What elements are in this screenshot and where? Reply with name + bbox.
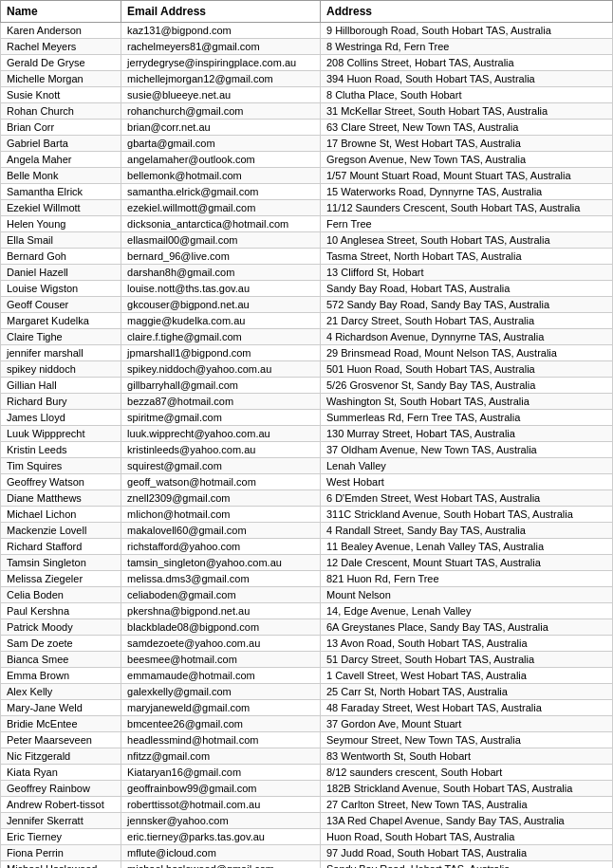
cell-email: richstafford@yahoo.com	[121, 539, 321, 555]
table-row: Geoffrey Watsongeoff_watson@hotmail.comW…	[1, 474, 613, 490]
cell-email: geoffrainbow99@gmail.com	[121, 781, 321, 797]
cell-address: 821 Huon Rd, Fern Tree	[320, 571, 612, 587]
cell-name: Paul Kershna	[1, 603, 121, 619]
cell-name: Rohan Church	[1, 103, 121, 120]
cell-name: Michelle Morgan	[1, 71, 121, 87]
cell-email: beesmee@hotmail.com	[121, 652, 321, 668]
table-row: Sam De zoetesamdezoete@yahoo.com.au13 Av…	[1, 636, 613, 652]
cell-email: tamsin_singleton@yahoo.com.au	[121, 555, 321, 571]
cell-address: 14, Edge Avenue, Lenah Valley	[320, 603, 612, 619]
table-row: Jennifer Skerrattjennsker@yahoo.com13A R…	[1, 813, 613, 829]
table-row: Andrew Robert-tissotroberttissot@hotmail…	[1, 797, 613, 813]
cell-email: louise.nott@ths.tas.gov.au	[121, 281, 321, 297]
cell-address: 63 Clare Street, New Town TAS, Australia	[320, 120, 612, 136]
col-header-email: Email Address	[121, 1, 321, 23]
cell-address: 12 Dale Crescent, Mount Stuart TAS, Aust…	[320, 555, 612, 571]
cell-email: celiaboden@gmail.com	[121, 587, 321, 603]
table-row: Brian Corrbrian@corr.net.au63 Clare Stre…	[1, 120, 613, 136]
cell-email: darshan8h@gmail.com	[121, 265, 321, 281]
cell-address: Summerleas Rd, Fern Tree TAS, Australia	[320, 410, 612, 426]
table-row: Michelle Morganmichellejmorgan12@gmail.c…	[1, 71, 613, 87]
cell-email: mflute@icloud.com	[121, 845, 321, 861]
cell-address: 8 Clutha Place, South Hobart	[320, 87, 612, 103]
cell-name: Luuk Wippprecht	[1, 426, 121, 442]
cell-address: 572 Sandy Bay Road, Sandy Bay TAS, Austr…	[320, 297, 612, 313]
table-row: Eric Tierneyeric.tierney@parks.tas.gov.a…	[1, 829, 613, 845]
cell-address: Huon Road, South Hobart TAS, Australia	[320, 829, 612, 845]
cell-email: spikey.niddoch@yahoo.com.au	[121, 361, 321, 378]
cell-address: 11/12 Saunders Crescent, South Hobart TA…	[320, 200, 612, 216]
cell-email: headlessmind@hotmail.com	[121, 732, 321, 748]
cell-name: Melissa Ziegeler	[1, 571, 121, 587]
cell-address: 4 Randall Street, Sandy Bay TAS, Austral…	[320, 523, 612, 539]
cell-address: 130 Murray Street, Hobart TAS, Australia	[320, 426, 612, 442]
table-row: Michael Lichonmlichon@hotmail.com311C St…	[1, 507, 613, 523]
table-row: Bridie McEnteebmcentee26@gmail.com37 Gor…	[1, 716, 613, 732]
table-row: Richard Staffordrichstafford@yahoo.com11…	[1, 539, 613, 555]
table-row: Ella Smailellasmail00@gmail.com10 Angles…	[1, 232, 613, 249]
cell-name: Celia Boden	[1, 587, 121, 603]
cell-address: 15 Waterworks Road, Dynnyrne TAS, Austra…	[320, 184, 612, 200]
cell-address: 13 Clifford St, Hobart	[320, 265, 612, 281]
table-row: Gillian Hallgillbarryhall@gmail.com5/26 …	[1, 378, 613, 394]
cell-email: jerrydegryse@inspiringplace.com.au	[121, 55, 321, 71]
cell-address: 13A Red Chapel Avenue, Sandy Bay TAS, Au…	[320, 813, 612, 829]
cell-address: 8/12 saunders crescent, South Hobart	[320, 765, 612, 781]
table-row: Emma Brownemmamaude@hotmail.com1 Cavell …	[1, 668, 613, 684]
cell-address: 4 Richardson Avenue, Dynnyrne TAS, Austr…	[320, 329, 612, 345]
table-row: Margaret Kudelkamaggie@kudelka.com.au21 …	[1, 313, 613, 329]
cell-address: 6A Greystanes Place, Sandy Bay TAS, Aust…	[320, 619, 612, 636]
cell-name: Louise Wigston	[1, 281, 121, 297]
cell-name: Kiata Ryan	[1, 765, 121, 781]
table-row: Claire Tigheclaire.f.tighe@gmail.com4 Ri…	[1, 329, 613, 345]
cell-address: 208 Collins Street, Hobart TAS, Australi…	[320, 55, 612, 71]
cell-address: 48 Faraday Street, West Hobart TAS, Aust…	[320, 700, 612, 716]
cell-name: Ella Smail	[1, 232, 121, 249]
cell-email: bernard_96@live.com	[121, 249, 321, 265]
cell-email: melissa.dms3@gmail.com	[121, 571, 321, 587]
cell-email: nfitzz@gmail.com	[121, 748, 321, 765]
cell-name: Belle Monk	[1, 168, 121, 184]
cell-email: Kiataryan16@gmail.com	[121, 765, 321, 781]
cell-name: spikey niddoch	[1, 361, 121, 378]
cell-address: Lenah Valley	[320, 458, 612, 474]
cell-name: Geoff Couser	[1, 297, 121, 313]
table-row: Karen Andersonkaz131@bigpond.com9 Hillbo…	[1, 23, 613, 39]
cell-name: James Lloyd	[1, 410, 121, 426]
cell-name: Susie Knott	[1, 87, 121, 103]
cell-address: 1 Cavell Street, West Hobart TAS, Austra…	[320, 668, 612, 684]
cell-name: Sam De zoete	[1, 636, 121, 652]
cell-address: Sandy Bay Road, Hobart TAS, Australia	[320, 281, 612, 297]
cell-name: Gerald De Gryse	[1, 55, 121, 71]
cell-email: samdezoete@yahoo.com.au	[121, 636, 321, 652]
cell-address: 27 Carlton Street, New Town TAS, Austral…	[320, 797, 612, 813]
table-row: Bernard Gohbernard_96@live.comTasma Stre…	[1, 249, 613, 265]
table-row: Melissa Ziegelermelissa.dms3@gmail.com82…	[1, 571, 613, 587]
cell-email: bmcentee26@gmail.com	[121, 716, 321, 732]
cell-name: Rachel Meyers	[1, 39, 121, 55]
cell-email: jpmarshall1@bigpond.com	[121, 345, 321, 361]
cell-email: eric.tierney@parks.tas.gov.au	[121, 829, 321, 845]
cell-name: jennifer marshall	[1, 345, 121, 361]
table-row: Luuk Wippprechtluuk.wipprecht@yahoo.com.…	[1, 426, 613, 442]
table-row: Louise Wigstonlouise.nott@ths.tas.gov.au…	[1, 281, 613, 297]
cell-name: Daniel Hazell	[1, 265, 121, 281]
cell-email: kaz131@bigpond.com	[121, 23, 321, 39]
cell-address: Sandy Bay Road, Hobart TAS, Australia	[320, 861, 612, 869]
cell-address: Tasma Street, North Hobart TAS, Australi…	[320, 249, 612, 265]
cell-name: Margaret Kudelka	[1, 313, 121, 329]
cell-name: Geoffrey Rainbow	[1, 781, 121, 797]
cell-address: 311C Strickland Avenue, South Hobart TAS…	[320, 507, 612, 523]
cell-address: 37 Gordon Ave, Mount Stuart	[320, 716, 612, 732]
table-row: Alex Kellygalexkelly@gmail.com25 Carr St…	[1, 684, 613, 700]
cell-email: ezekiel.willmott@gmail.com	[121, 200, 321, 216]
cell-email: angelamaher@outlook.com	[121, 152, 321, 168]
cell-name: Mackenzie Lovell	[1, 523, 121, 539]
table-row: Fiona Perrinmflute@icloud.com97 Judd Roa…	[1, 845, 613, 861]
cell-address: 6 D'Emden Street, West Hobart TAS, Austr…	[320, 490, 612, 507]
cell-address: 10 Anglesea Street, South Hobart TAS, Au…	[320, 232, 612, 249]
cell-address: 501 Huon Road, South Hobart TAS, Austral…	[320, 361, 612, 378]
cell-name: Samantha Elrick	[1, 184, 121, 200]
table-row: Kiata RyanKiataryan16@gmail.com8/12 saun…	[1, 765, 613, 781]
cell-address: 182B Strickland Avenue, South Hobart TAS…	[320, 781, 612, 797]
